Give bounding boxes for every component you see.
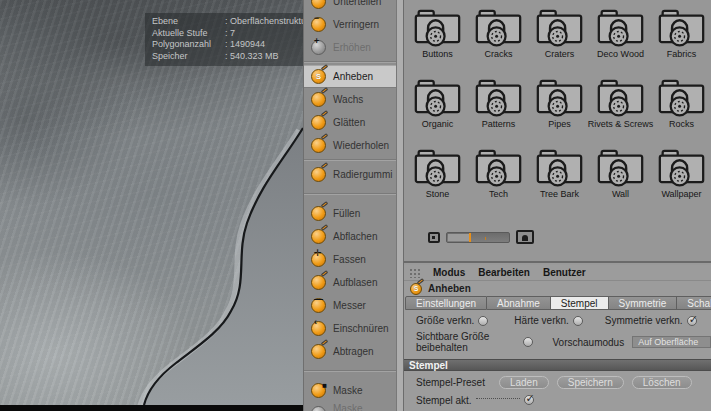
preset-folder-stone[interactable]: Stone bbox=[407, 144, 468, 214]
preset-folder-rocks[interactable]: Rocks bbox=[651, 74, 711, 144]
preset-folder-patterns[interactable]: Patterns bbox=[468, 74, 529, 144]
tool-label: Fassen bbox=[333, 254, 366, 265]
preset-label: Tree Bark bbox=[540, 189, 579, 199]
tool-item-glaetten[interactable]: Glätten bbox=[304, 111, 396, 134]
tab-abnahme[interactable]: Abnahme bbox=[487, 296, 551, 310]
tool-item-erhoehen[interactable]: + Erhöhen bbox=[304, 36, 396, 59]
load-button[interactable]: Laden bbox=[499, 376, 549, 389]
preset-folder-fabrics[interactable]: Fabrics bbox=[651, 4, 711, 74]
symmetry-link-checkbox[interactable] bbox=[687, 316, 697, 326]
locked-folder-icon bbox=[474, 144, 523, 188]
tool-label: Glätten bbox=[333, 117, 365, 128]
smooth-brush-icon bbox=[311, 115, 326, 130]
preset-label: Patterns bbox=[482, 119, 516, 129]
visible-size-row: Sichtbare Größe beibehalten Vorschaumodu… bbox=[404, 331, 711, 353]
tool-item-maske-invertieren[interactable]: Maske invertieren bbox=[304, 402, 396, 411]
stamp-active-label: Stempel akt. bbox=[416, 395, 472, 406]
locked-folder-icon bbox=[474, 4, 523, 48]
stamp-preset-label: Stempel-Preset bbox=[416, 377, 485, 388]
slider-handle[interactable] bbox=[469, 233, 471, 242]
repeat-brush-icon bbox=[311, 138, 326, 153]
tool-label: Abtragen bbox=[333, 346, 374, 357]
preset-label: Organic bbox=[422, 119, 454, 129]
preset-folder-pipes[interactable]: Pipes bbox=[529, 74, 590, 144]
hud-label: Aktuelle Stufe bbox=[152, 28, 225, 40]
tool-item-wachs[interactable]: Wachs bbox=[304, 88, 396, 111]
tool-item-maske[interactable]: ■ Maske bbox=[304, 379, 396, 402]
preset-label: Rocks bbox=[669, 119, 694, 129]
tool-item-unterteilen[interactable]: Unterteilen bbox=[304, 0, 396, 13]
preview-mode-dropdown[interactable]: Auf Oberfläche bbox=[632, 336, 711, 348]
tool-label: Einschnüren bbox=[333, 323, 389, 334]
fill-brush-icon bbox=[311, 206, 326, 221]
link-checkbox-row: Größe verkn. Härte verkn. Symmetrie verk… bbox=[404, 315, 711, 326]
tool-item-anheben[interactable]: S Anheben bbox=[304, 65, 396, 88]
tool-item-wiederholen[interactable]: Wiederholen bbox=[304, 134, 396, 157]
locked-folder-icon bbox=[413, 144, 462, 188]
tool-item-verringern[interactable]: − Verringern bbox=[304, 13, 396, 36]
palette-separator bbox=[304, 61, 396, 63]
tool-label: Anheben bbox=[333, 71, 373, 82]
tab-symmetrie[interactable]: Symmetrie bbox=[609, 296, 678, 310]
preset-label: Rivets & Screws bbox=[588, 119, 654, 129]
save-button[interactable]: Speichern bbox=[557, 376, 624, 389]
panel-divider-scrollbar[interactable] bbox=[396, 0, 404, 411]
tab-stempel[interactable]: Stempel bbox=[551, 296, 609, 310]
tool-label: Maske bbox=[333, 385, 362, 396]
panel-grip-icon[interactable] bbox=[409, 268, 422, 278]
stamp-preset-row: Stempel-Preset Laden Speichern Löschen bbox=[404, 375, 711, 389]
stamp-section-header[interactable]: Stempel bbox=[404, 359, 711, 371]
preset-label: Stone bbox=[426, 189, 450, 199]
knife-brush-icon: — bbox=[311, 298, 326, 313]
subdivide-brush-icon bbox=[311, 0, 326, 9]
preset-folder-tech[interactable]: Tech bbox=[468, 144, 529, 214]
locked-folder-icon bbox=[596, 4, 645, 48]
menu-bearbeiten[interactable]: Bearbeiten bbox=[478, 267, 530, 278]
slider-fill bbox=[448, 234, 470, 241]
content-browser-panel: Buttons Cracks Craters Deco Wood Fabrics… bbox=[404, 0, 711, 263]
preset-grid: Buttons Cracks Craters Deco Wood Fabrics… bbox=[404, 0, 711, 214]
pull-brush-icon: S bbox=[410, 283, 422, 295]
preset-folder-tree-bark[interactable]: Tree Bark bbox=[529, 144, 590, 214]
preset-folder-deco-wood[interactable]: Deco Wood bbox=[590, 4, 651, 74]
tool-item-radiergummi[interactable]: Radiergummi bbox=[304, 163, 396, 186]
sculpt-tool-palette: Unterteilen − Verringern + Erhöhen S Anh… bbox=[303, 0, 396, 411]
preset-folder-rivets-screws[interactable]: Rivets & Screws bbox=[590, 74, 651, 144]
palette-separator bbox=[304, 159, 396, 161]
keep-visible-size-checkbox[interactable] bbox=[523, 337, 533, 347]
tool-item-aufblasen[interactable]: Aufblasen bbox=[304, 271, 396, 294]
viewport-3d[interactable]: Ebene: Oberflächenstrukturen Aktuelle St… bbox=[0, 0, 303, 405]
locked-folder-icon bbox=[596, 74, 645, 118]
menu-benutzer[interactable]: Benutzer bbox=[543, 267, 586, 278]
hud-label: Polygonanzahl bbox=[152, 39, 225, 51]
preset-folder-wallpaper[interactable]: Wallpaper bbox=[651, 144, 711, 214]
tab-einstellungen[interactable]: Einstellungen bbox=[405, 296, 487, 310]
locked-folder-icon bbox=[657, 4, 706, 48]
small-thumbnail-icon[interactable] bbox=[428, 232, 440, 243]
viewport-info-overlay: Ebene: Oberflächenstrukturen Aktuelle St… bbox=[145, 13, 303, 66]
menu-modus[interactable]: Modus bbox=[433, 267, 465, 278]
hardness-link-checkbox[interactable] bbox=[573, 316, 583, 326]
preset-folder-craters[interactable]: Craters bbox=[529, 4, 590, 74]
tool-item-abflachen[interactable]: Abflachen bbox=[304, 225, 396, 248]
tool-item-fuellen[interactable]: Füllen bbox=[304, 202, 396, 225]
tool-item-messer[interactable]: — Messer bbox=[304, 294, 396, 317]
preset-folder-buttons[interactable]: Buttons bbox=[407, 4, 468, 74]
preset-folder-organic[interactable]: Organic bbox=[407, 74, 468, 144]
preset-folder-cracks[interactable]: Cracks bbox=[468, 4, 529, 74]
delete-button[interactable]: Löschen bbox=[632, 376, 692, 389]
locked-folder-icon bbox=[535, 144, 584, 188]
tool-item-einschnueren[interactable]: ‹ Einschnüren bbox=[304, 317, 396, 340]
thumbnail-size-slider[interactable] bbox=[446, 232, 510, 243]
size-link-checkbox[interactable] bbox=[478, 316, 488, 326]
tool-item-fassen[interactable]: ✛ Fassen bbox=[304, 248, 396, 271]
increase-brush-icon: + bbox=[311, 40, 326, 55]
thumbnail-size-controls bbox=[428, 230, 711, 244]
tool-item-abtragen[interactable]: Abtragen bbox=[304, 340, 396, 363]
scrape-brush-icon bbox=[311, 344, 326, 359]
stamp-active-checkbox[interactable] bbox=[524, 395, 534, 405]
preset-folder-wall[interactable]: Wall bbox=[590, 144, 651, 214]
decrease-brush-icon: − bbox=[311, 17, 326, 32]
tab-schablone[interactable]: Schablone bbox=[677, 296, 711, 310]
large-thumbnail-icon[interactable] bbox=[516, 230, 534, 244]
